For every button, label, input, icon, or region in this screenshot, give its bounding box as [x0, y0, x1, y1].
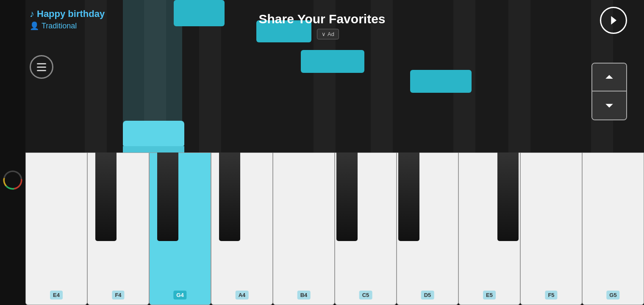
note-block-4	[410, 70, 472, 93]
white-key-e4[interactable]: E4	[25, 152, 87, 305]
key-label-b4: B4	[297, 291, 311, 299]
song-title: ♪ Happy birthday	[30, 8, 105, 19]
note-block-active	[123, 121, 184, 146]
white-key-b4[interactable]: B4	[273, 152, 335, 305]
chevron-up-icon	[603, 71, 616, 83]
black-key-fs5[interactable]	[497, 152, 519, 241]
note-block-1	[174, 0, 225, 26]
note-block-3	[301, 50, 364, 73]
key-label-a4: A4	[236, 291, 249, 299]
black-key-fs4[interactable]	[95, 152, 117, 241]
ad-label: Ad	[328, 31, 334, 37]
song-artist-text: Traditional	[42, 22, 77, 30]
white-key-g5[interactable]: G5	[582, 152, 644, 305]
chevron-down-icon	[603, 99, 616, 112]
ad-chevron: ∨	[322, 31, 326, 37]
left-panel	[0, 0, 25, 305]
song-info: ♪ Happy birthday 👤 Traditional	[30, 8, 105, 30]
key-label-f4: F4	[112, 291, 124, 299]
key-label-c5: C5	[359, 291, 372, 299]
share-text: Share Your Favorites	[258, 12, 385, 26]
key-label-e5: E5	[483, 291, 496, 299]
svg-point-4	[5, 172, 21, 188]
black-key-gs4[interactable]	[157, 152, 178, 241]
arrow-right-icon	[606, 13, 621, 28]
key-label-e4: E4	[50, 291, 63, 299]
key-label-f5: F5	[545, 291, 557, 299]
black-key-as4[interactable]	[219, 152, 240, 241]
scroll-controls	[591, 63, 627, 120]
share-banner: Share Your Favorites	[258, 12, 385, 26]
progress-ring	[2, 169, 23, 191]
piano-area: E4 F4 G4 A4 B4 C5 D5 E5 F5	[25, 152, 644, 305]
song-title-text: Happy birthday	[37, 8, 105, 19]
artist-icon: 👤	[30, 21, 39, 30]
ad-badge[interactable]: ∨ Ad	[317, 29, 339, 39]
black-key-cs5[interactable]	[336, 152, 358, 241]
key-label-d5: D5	[421, 291, 434, 299]
scroll-down-button[interactable]	[592, 92, 626, 119]
scroll-up-button[interactable]	[592, 64, 626, 92]
music-icon: ♪	[30, 8, 34, 19]
black-key-ds5[interactable]	[398, 152, 419, 241]
next-button[interactable]	[600, 7, 627, 34]
key-label-g5: G5	[606, 291, 619, 299]
key-label-g4: G4	[173, 291, 186, 299]
white-key-f5[interactable]: F5	[520, 152, 582, 305]
white-keys: E4 F4 G4 A4 B4 C5 D5 E5 F5	[25, 152, 644, 305]
black-col-7	[508, 0, 530, 157]
menu-button[interactable]	[30, 55, 53, 79]
song-artist: 👤 Traditional	[30, 21, 105, 30]
